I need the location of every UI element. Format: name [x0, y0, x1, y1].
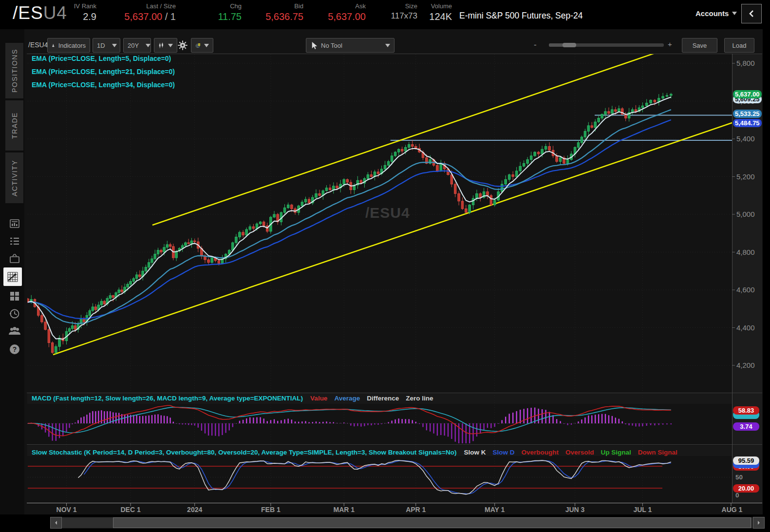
chevron-down-icon — [112, 44, 117, 50]
scroll-right-button[interactable] — [753, 517, 765, 529]
compare-layout-dropdown[interactable] — [191, 38, 213, 53]
app-header: /ESU4 IV Rank 2.9 Last / Size 5,637.00 /… — [0, 0, 770, 29]
flask-icon — [52, 41, 55, 50]
sidebar-tab-trade[interactable]: TRADE — [5, 100, 23, 151]
time-scrollbar-thumb[interactable] — [113, 517, 751, 528]
legend-item: Slow K — [464, 449, 486, 456]
sidebar-item-charts-active[interactable] — [3, 267, 22, 286]
study-label-stoch[interactable]: Slow Stochastic (K Period=14, D Period=3… — [32, 449, 456, 456]
globe-grid-icon — [195, 41, 201, 50]
collapse-panel-button[interactable] — [741, 4, 762, 23]
instrument-description: E-mini S&P 500 Futures, Sep-24 — [459, 11, 583, 21]
indicators-button[interactable]: Indicators — [47, 38, 90, 53]
zoom-out-button[interactable]: - — [534, 40, 537, 50]
svg-text:?: ? — [13, 345, 17, 353]
field-size: Size 117x73 — [380, 2, 417, 21]
news-icon[interactable] — [7, 216, 22, 231]
cursor-icon — [310, 41, 318, 50]
legend-item: Zero line — [406, 395, 433, 402]
chart-panel — [24, 29, 770, 514]
symbol-watermark: /ESU4 — [365, 205, 410, 221]
chevron-down-icon — [168, 44, 173, 50]
chevron-down-icon — [732, 12, 737, 18]
load-button[interactable]: Load — [724, 38, 754, 53]
tv-icon[interactable] — [7, 251, 22, 266]
field-chg: Chg 11.75 — [195, 2, 242, 22]
legend-item: Overbought — [521, 449, 559, 456]
sidebar-tab-positions[interactable]: POSITIONS — [5, 43, 23, 98]
stoch-slowk-bubble: 95.59 — [733, 456, 759, 465]
study-label-ema21[interactable]: EMA (Price=CLOSE, Length=21, Displace=0) — [32, 68, 175, 76]
stoch-oversold-bubble: 20.00 — [733, 484, 759, 493]
legend-item: Slow D — [492, 449, 514, 456]
chevron-down-icon — [146, 44, 150, 50]
community-people-icon[interactable] — [7, 323, 22, 338]
arrow-right-icon — [756, 520, 761, 526]
field-last-size: Last / Size 5,637.00 / 1 — [110, 2, 176, 22]
field-ask: Ask 5,637.00 — [312, 2, 366, 22]
aggregation-dropdown[interactable]: 1D — [93, 38, 120, 53]
history-clock-icon[interactable] — [7, 306, 22, 321]
accounts-menu[interactable]: Accounts — [695, 9, 737, 18]
macd-legend: MACD (Fast length=12, Slow length=26, MA… — [32, 395, 433, 402]
chevron-left-icon — [748, 9, 755, 18]
chevron-down-icon — [385, 44, 390, 50]
field-bid: Bid 5,636.75 — [248, 2, 303, 22]
ema21-price-bubble: 5,533.25 — [733, 110, 762, 118]
sidebar-tab-activity[interactable]: ACTIVITY — [5, 152, 23, 203]
ema34-price-bubble: 5,484.75 — [733, 119, 762, 127]
save-button[interactable]: Save — [682, 38, 717, 53]
field-volume: Volume 124K — [419, 2, 452, 22]
grid-icon[interactable] — [7, 289, 22, 304]
study-label-ema34[interactable]: EMA (Price=CLOSE, Length=34, Displace=0) — [32, 81, 175, 89]
macd-value-bubble: 58.83 — [733, 406, 759, 415]
stoch-axis-label: 50 — [735, 474, 743, 481]
chart-icon — [6, 270, 19, 284]
legend-item: Value — [310, 395, 327, 402]
help-icon[interactable]: ? — [7, 342, 22, 357]
legend-item: Average — [334, 395, 360, 402]
range-dropdown[interactable]: 20Y — [123, 38, 151, 53]
watchlist-icon[interactable] — [7, 234, 22, 248]
settings-gear-icon[interactable] — [177, 40, 188, 53]
zoom-slider-thumb[interactable] — [563, 43, 576, 47]
chevron-down-icon — [204, 44, 209, 50]
last-price-bubble: 5,637.00 — [733, 90, 762, 98]
legend-item: Up Signal — [601, 449, 631, 456]
macd-difference-bubble: 3.74 — [733, 422, 759, 431]
drawing-tool-dropdown[interactable]: No Tool — [306, 38, 394, 53]
legend-item: Oversold — [565, 449, 594, 456]
stoch-legend: Slow Stochastic (K Period=14, D Period=3… — [32, 449, 677, 456]
zoom-slider[interactable] — [549, 43, 664, 47]
legend-item: Down Signal — [638, 449, 677, 456]
arrow-left-icon — [54, 520, 58, 526]
chart-symbol-label[interactable]: /ESU4 — [28, 41, 48, 49]
scroll-left-button[interactable] — [50, 517, 62, 529]
chart-type-dropdown[interactable] — [154, 38, 177, 53]
zoom-in-button[interactable]: + — [668, 40, 672, 48]
left-sidebar: POSITIONS TRADE ACTIVITY ? — [0, 29, 24, 514]
candlestick-icon — [158, 41, 165, 50]
field-iv-rank: IV Rank 2.9 — [58, 2, 96, 22]
study-label-macd[interactable]: MACD (Fast length=12, Slow length=26, MA… — [32, 395, 303, 402]
legend-item: Difference — [367, 395, 399, 402]
stoch-axis-label: 0 — [735, 492, 739, 499]
study-label-ema5[interactable]: EMA (Price=CLOSE, Length=5, Displace=0) — [32, 55, 171, 62]
